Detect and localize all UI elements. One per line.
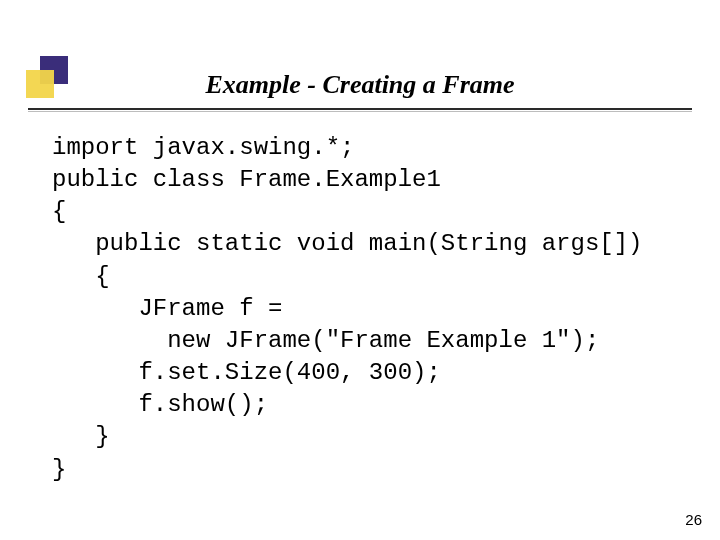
code-line: new JFrame("Frame Example 1"); [52,327,599,354]
code-line: { [52,263,110,290]
slide: Example - Creating a Frame import javax.… [0,0,720,540]
code-line: f.show(); [52,391,268,418]
code-line: } [52,456,66,483]
code-line: import javax.swing.*; [52,134,354,161]
title-underline [28,108,692,110]
code-line: public static void main(String args[]) [52,230,643,257]
code-line: public class Frame.Example1 [52,166,441,193]
code-line: f.set.Size(400, 300); [52,359,441,386]
code-line: { [52,198,66,225]
code-line: JFrame f = [52,295,282,322]
page-number: 26 [685,511,702,528]
code-block: import javax.swing.*; public class Frame… [52,132,680,486]
code-line: } [52,423,110,450]
slide-title: Example - Creating a Frame [205,70,514,100]
title-container: Example - Creating a Frame [0,70,720,100]
